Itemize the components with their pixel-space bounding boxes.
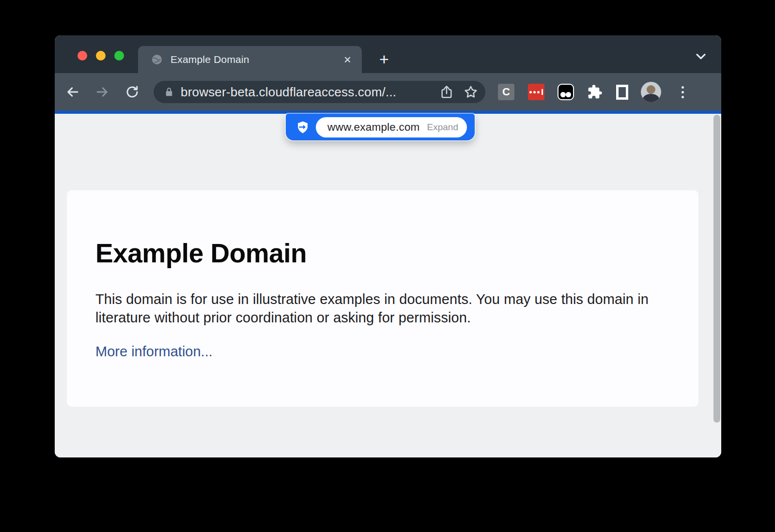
isolation-hostname-pill[interactable]: www.example.com Expand [316, 117, 467, 137]
minimize-window-button[interactable] [96, 51, 106, 61]
tab-search-chevron-icon[interactable] [693, 48, 709, 64]
address-bar[interactable]: browser-beta.cloudflareaccess.com/... [154, 81, 485, 103]
profile-avatar[interactable] [641, 82, 661, 102]
isolated-hostname: www.example.com [327, 121, 420, 134]
tab-example-domain[interactable]: Example Domain × [138, 46, 362, 73]
tab-title: Example Domain [170, 54, 344, 65]
globe-favicon-icon [151, 54, 163, 65]
goggles-extension-icon[interactable] [558, 84, 574, 100]
more-information-link[interactable]: More information... [95, 344, 213, 360]
bookmark-star-icon[interactable] [463, 84, 479, 100]
reload-icon [125, 85, 140, 99]
frame-extension-icon[interactable] [616, 85, 628, 100]
browser-window: Example Domain × + brows [55, 35, 721, 457]
c-extension-icon[interactable]: C [498, 84, 514, 100]
new-tab-button[interactable]: + [374, 49, 394, 69]
reload-button[interactable] [124, 83, 141, 101]
url-text[interactable]: browser-beta.cloudflareaccess.com/... [181, 85, 439, 100]
isolation-banner[interactable]: www.example.com Expand [286, 114, 475, 140]
avatar-head [647, 85, 655, 94]
back-button[interactable] [64, 83, 81, 101]
forward-button[interactable] [93, 83, 111, 101]
tab-strip: Example Domain × + [55, 35, 721, 73]
isolation-shield-icon [296, 121, 310, 134]
traffic-lights [78, 51, 124, 61]
forward-arrow-icon [95, 85, 109, 99]
extensions-puzzle-icon[interactable] [587, 84, 603, 100]
zoom-window-button[interactable] [114, 51, 124, 61]
lock-icon [164, 87, 174, 97]
c-extension-label: C [502, 86, 510, 98]
share-icon[interactable] [439, 84, 454, 100]
toolbar: browser-beta.cloudflareaccess.com/... C [55, 73, 721, 111]
browser-menu-button[interactable] [674, 84, 691, 100]
tab-close-icon[interactable]: × [344, 53, 351, 66]
scrollbar-thumb[interactable] [713, 115, 720, 423]
page-title: Example Domain [95, 238, 669, 269]
page-paragraph: This domain is for use in illustrative e… [95, 290, 652, 327]
back-arrow-icon [65, 85, 80, 99]
lastpass-extension-icon[interactable] [528, 84, 544, 100]
page-viewport: www.example.com Expand Example Domain Th… [55, 114, 721, 457]
content-card: Example Domain This domain is for use in… [67, 190, 698, 407]
avatar-body [643, 94, 659, 102]
close-window-button[interactable] [78, 51, 87, 61]
expand-button[interactable]: Expand [427, 122, 458, 133]
